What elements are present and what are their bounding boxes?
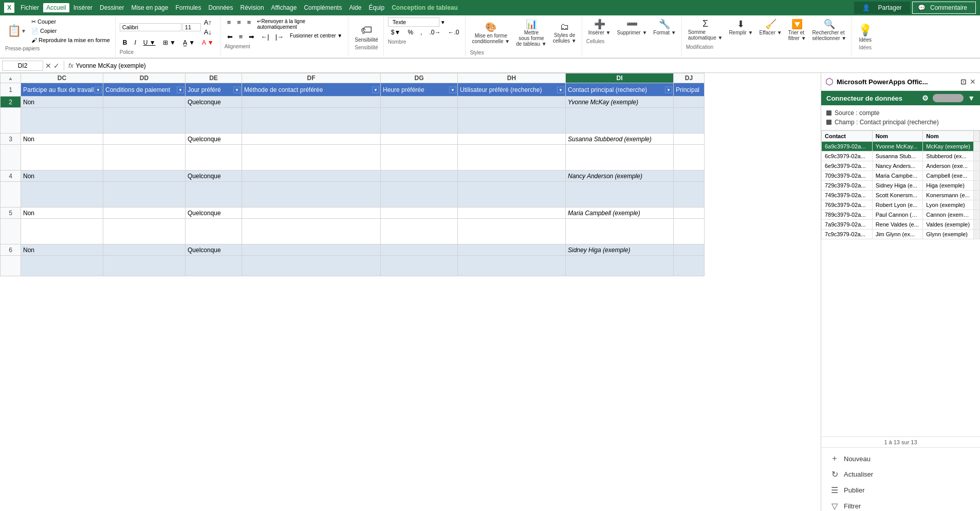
filter-dd[interactable]: ▼ xyxy=(177,86,184,93)
align-left-button[interactable]: ⬅ xyxy=(225,32,235,42)
merge-center-button[interactable]: Fusionner et centrer ▼ xyxy=(287,32,345,42)
conditional-formatting-button[interactable]: 🎨 Mise en formeconditionnelle ▼ xyxy=(470,21,512,45)
format-painter-button[interactable]: 🖌 Reproduire la mise en forme xyxy=(29,36,112,44)
col-header-dj[interactable]: DJ xyxy=(674,73,705,83)
data-table-row[interactable]: 709c3979-02a...Maria Campbe...Campbell (… xyxy=(822,171,980,181)
menu-equip[interactable]: Équip xyxy=(365,3,387,12)
data-table-row[interactable]: 729c3979-02a...Sidney Higa (e...Higa (ex… xyxy=(822,181,980,191)
col-header-dh[interactable]: DH xyxy=(458,73,566,83)
connector-settings-icon[interactable]: ⚙ xyxy=(922,94,929,102)
row-num-4[interactable]: 4 xyxy=(1,171,21,182)
table-row[interactable]: 6 Non Quelconque Sidney Higa (exemple) xyxy=(1,244,705,256)
cell-4-de[interactable]: Quelconque xyxy=(186,171,242,182)
cell-reference-box[interactable] xyxy=(2,61,43,71)
cell-2-dd[interactable] xyxy=(103,97,186,108)
menu-donnees[interactable]: Données xyxy=(205,3,236,12)
connector-toggle[interactable] xyxy=(933,94,964,102)
data-table-container[interactable]: Contact Nom Nom 6a9c3979-02a...Yvonne Mc… xyxy=(821,130,980,437)
data-table-row[interactable]: 749c3979-02a...Scott Konersm...Konersman… xyxy=(822,191,980,200)
data-table-row[interactable]: 7c9c3979-02a...Jim Glynn (ex...Glynn (ex… xyxy=(822,230,980,239)
row-num-3[interactable]: 3 xyxy=(1,134,21,145)
grid-container[interactable]: ▲ DC DD DE DF DG DH DI DJ 1 xyxy=(0,73,821,511)
underline-button[interactable]: U ▼ xyxy=(140,38,159,47)
filter-dg[interactable]: ▼ xyxy=(449,86,456,93)
menu-revision[interactable]: Révision xyxy=(237,3,267,12)
menu-mise-en-page[interactable]: Mise en page xyxy=(128,3,171,12)
sum-button[interactable]: Σ Sommeautomatique ▼ xyxy=(686,17,725,42)
row-num-2[interactable]: 2 xyxy=(1,97,21,108)
menu-fichier[interactable]: Fichier xyxy=(17,3,42,12)
table-row[interactable]: 4 Non Quelconque Nancy Anderson (exemple… xyxy=(1,171,705,182)
filter-action[interactable]: ▽ Filtrer xyxy=(826,499,975,511)
sensibilite-button[interactable]: 🏷 Sensibilité xyxy=(353,23,380,44)
menu-complements[interactable]: Compléments xyxy=(301,3,345,12)
ideas-button[interactable]: 💡 Idées xyxy=(856,23,874,44)
align-top-right-button[interactable]: ≡ xyxy=(245,17,254,31)
cell-3-dd[interactable] xyxy=(103,134,186,145)
col-header-di[interactable]: DI xyxy=(566,73,674,83)
refresh-action[interactable]: ↻ Actualiser xyxy=(826,467,975,481)
filter-di[interactable]: ▼ xyxy=(665,86,672,93)
cell-6-df[interactable] xyxy=(242,244,381,256)
cell-3-de[interactable]: Quelconque xyxy=(186,134,242,145)
comma-button[interactable]: , xyxy=(417,28,425,37)
cell-2-dg[interactable] xyxy=(381,97,458,108)
fill-button[interactable]: ⬇ Remplir ▼ xyxy=(727,17,755,42)
bold-button[interactable]: B xyxy=(120,38,131,47)
currency-button[interactable]: $▼ xyxy=(388,28,404,37)
italic-button[interactable]: I xyxy=(131,38,139,47)
align-right-button[interactable]: ➡ xyxy=(246,32,257,42)
insert-cells-button[interactable]: ➕ Insérer ▼ xyxy=(586,17,613,36)
number-format-selector[interactable]: Texte xyxy=(388,17,439,27)
increase-font-button[interactable]: A↑ xyxy=(202,17,214,27)
cell-4-di[interactable]: Nancy Anderson (exemple) xyxy=(566,171,674,182)
cell-2-de[interactable]: Quelconque xyxy=(186,97,242,108)
cell-2-di[interactable]: Yvonne McKay (exemple) xyxy=(566,97,674,108)
table-row[interactable]: 5 Non Quelconque Maria Campbell (exemple… xyxy=(1,207,705,219)
cell-3-df[interactable] xyxy=(242,134,381,145)
cell-6-dc[interactable]: Non xyxy=(21,244,103,256)
cell-5-dj[interactable] xyxy=(674,207,705,219)
cell-6-dg[interactable] xyxy=(381,244,458,256)
table-row[interactable]: 2 Non Quelconque Yvonne McKay (exemple) xyxy=(1,97,705,108)
table-row[interactable]: 3 Non Quelconque Susanna Stubberod (exem… xyxy=(1,134,705,145)
cell-6-di[interactable]: Sidney Higa (exemple) xyxy=(566,244,674,256)
cell-4-dg[interactable] xyxy=(381,171,458,182)
formula-bar-cancel[interactable]: ✕ xyxy=(45,62,51,70)
find-select-button[interactable]: 🔍 Rechercher etsélectionner ▼ xyxy=(810,17,849,42)
cell-2-dh[interactable] xyxy=(458,97,566,108)
cell-3-dg[interactable] xyxy=(381,134,458,145)
cell-6-dj[interactable] xyxy=(674,244,705,256)
filter-dc[interactable]: ▼ xyxy=(95,86,102,93)
cell-4-df[interactable] xyxy=(242,171,381,182)
row-num-6[interactable]: 6 xyxy=(1,244,21,256)
data-table-row[interactable]: 789c3979-02a...Paul Cannon (…Cannon (exe… xyxy=(822,210,980,220)
cell-5-di[interactable]: Maria Campbell (exemple) xyxy=(566,207,674,219)
format-cells-button[interactable]: 🔧 Format ▼ xyxy=(651,17,678,36)
clear-button[interactable]: 🧹 Effacer ▼ xyxy=(757,17,784,42)
fill-color-button[interactable]: A̲ ▼ xyxy=(180,38,198,47)
align-center-button[interactable]: ≡ xyxy=(236,32,246,42)
cell-3-di[interactable]: Susanna Stubberod (exemple) xyxy=(566,134,674,145)
menu-formules[interactable]: Formules xyxy=(172,3,204,12)
cell-5-df[interactable] xyxy=(242,207,381,219)
decrease-decimal-button[interactable]: ←.0 xyxy=(445,28,462,37)
connector-collapse-icon[interactable]: ▼ xyxy=(968,94,975,102)
comment-button[interactable]: 💬 Commentaire xyxy=(912,2,976,14)
formula-input[interactable] xyxy=(76,62,978,69)
filter-dh[interactable]: ▼ xyxy=(557,86,564,93)
cell-5-dh[interactable] xyxy=(458,207,566,219)
cell-4-dc[interactable]: Non xyxy=(21,171,103,182)
sort-filter-button[interactable]: 🔽 Trier etfiltrer ▼ xyxy=(786,17,808,42)
decrease-font-button[interactable]: A↓ xyxy=(202,27,214,37)
menu-inserer[interactable]: Insérer xyxy=(70,3,96,12)
cell-styles-button[interactable]: 🗂 Styles decellules ▼ xyxy=(551,21,579,45)
delete-cells-button[interactable]: ➖ Supprimer ▼ xyxy=(615,17,650,36)
cell-4-dh[interactable] xyxy=(458,171,566,182)
copy-button[interactable]: 📄 Copier xyxy=(29,27,112,35)
align-top-left-button[interactable]: ≡ xyxy=(225,17,234,31)
cell-3-dj[interactable] xyxy=(674,134,705,145)
table-format-button[interactable]: 📊 Mettresous formede tableau ▼ xyxy=(514,17,548,48)
cell-3-dc[interactable]: Non xyxy=(21,134,103,145)
cell-5-dd[interactable] xyxy=(103,207,186,219)
